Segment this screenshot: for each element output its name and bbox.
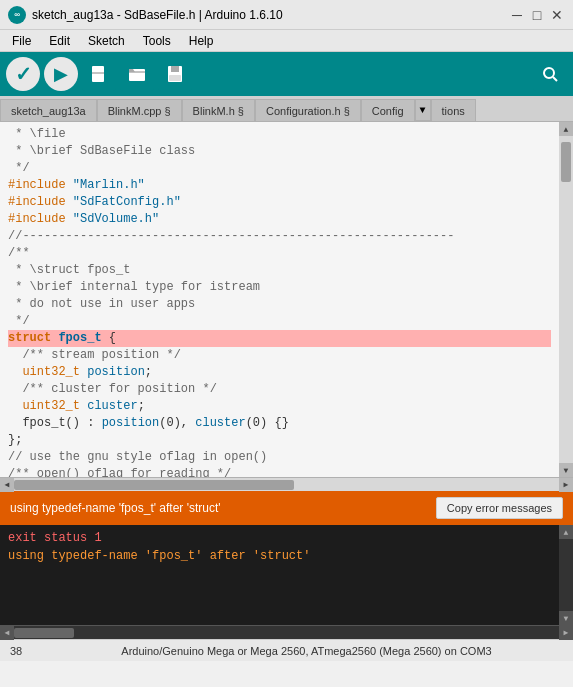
error-message: using typedef-name 'fpos_t' after 'struc… [10, 501, 221, 515]
code-editor: * \file * \brief SdBaseFile class */#inc… [0, 122, 573, 477]
open-icon [127, 64, 147, 84]
hscroll-track[interactable] [14, 478, 559, 491]
menu-sketch[interactable]: Sketch [80, 32, 133, 50]
copy-error-button[interactable]: Copy error messages [436, 497, 563, 519]
tab-more-button[interactable]: ▼ [415, 99, 431, 121]
tab-config[interactable]: Config [361, 99, 415, 121]
error-bar: using typedef-name 'fpos_t' after 'struc… [0, 491, 573, 525]
menu-edit[interactable]: Edit [41, 32, 78, 50]
tab-configuration-h[interactable]: Configuration.h § [255, 99, 361, 121]
console-horizontal-scrollbar[interactable]: ◀ ▶ [0, 625, 573, 639]
svg-rect-4 [171, 66, 179, 72]
code-line: struct fpos_t { [8, 330, 551, 347]
scroll-up-button[interactable]: ▲ [559, 122, 573, 136]
tab-bar: sketch_aug13a BlinkM.cpp § BlinkM.h § Co… [0, 96, 573, 122]
scroll-left-button[interactable]: ◀ [0, 478, 14, 492]
code-line: * \brief internal type for istream [8, 279, 551, 296]
upload-button[interactable]: ▶ [44, 57, 78, 91]
scroll-thumb[interactable] [561, 142, 571, 182]
status-bar: 38 Arduino/Genuino Mega or Mega 2560, AT… [0, 639, 573, 661]
console-line: using typedef-name 'fpos_t' after 'struc… [8, 547, 551, 565]
tab-blinkm-h[interactable]: BlinkM.h § [182, 99, 255, 121]
code-line: //--------------------------------------… [8, 228, 551, 245]
code-line: #include "SdFatConfig.h" [8, 194, 551, 211]
code-line: /** stream position */ [8, 347, 551, 364]
search-icon [540, 64, 560, 84]
svg-rect-5 [169, 75, 181, 81]
code-line: /** open() oflag for reading */ [8, 466, 551, 477]
board-info: Arduino/Genuino Mega or Mega 2560, ATmeg… [50, 645, 563, 657]
code-line: * \struct fpos_t [8, 262, 551, 279]
code-line: }; [8, 432, 551, 449]
code-line: uint32_t position; [8, 364, 551, 381]
code-line: // use the gnu style oflag in open() [8, 449, 551, 466]
title-bar-left: ∞ sketch_aug13a - SdBaseFile.h | Arduino… [8, 6, 283, 24]
tab-sketch-aug13a[interactable]: sketch_aug13a [0, 99, 97, 121]
hscroll-thumb[interactable] [14, 480, 294, 490]
window-controls: ─ □ ✕ [509, 7, 565, 23]
maximize-button[interactable]: □ [529, 7, 545, 23]
console-scroll-right[interactable]: ▶ [559, 626, 573, 640]
code-line: /** [8, 245, 551, 262]
svg-line-7 [553, 77, 557, 81]
console-output: exit status 1using typedef-name 'fpos_t'… [0, 525, 559, 625]
code-line: /** cluster for position */ [8, 381, 551, 398]
code-line: uint32_t cluster; [8, 398, 551, 415]
verify-button[interactable]: ✓ [6, 57, 40, 91]
code-line: */ [8, 160, 551, 177]
save-icon [165, 64, 185, 84]
tab-blinkm-cpp[interactable]: BlinkM.cpp § [97, 99, 182, 121]
open-button[interactable] [120, 57, 154, 91]
new-button[interactable] [82, 57, 116, 91]
code-line: * \brief SdBaseFile class [8, 143, 551, 160]
console-scroll-track[interactable] [559, 539, 573, 611]
scroll-right-button[interactable]: ▶ [559, 478, 573, 492]
search-button[interactable] [533, 57, 567, 91]
horizontal-scrollbar[interactable]: ◀ ▶ [0, 477, 573, 491]
line-number: 38 [10, 645, 50, 657]
close-button[interactable]: ✕ [549, 7, 565, 23]
code-line: */ [8, 313, 551, 330]
minimize-button[interactable]: ─ [509, 7, 525, 23]
toolbar: ✓ ▶ [0, 52, 573, 96]
menu-file[interactable]: File [4, 32, 39, 50]
console-scroll-left[interactable]: ◀ [0, 626, 14, 640]
new-icon [89, 64, 109, 84]
menu-tools[interactable]: Tools [135, 32, 179, 50]
console-vertical-scrollbar[interactable]: ▲ ▼ [559, 525, 573, 625]
scroll-down-button[interactable]: ▼ [559, 463, 573, 477]
console-container: exit status 1using typedef-name 'fpos_t'… [0, 525, 573, 625]
console-scroll-down[interactable]: ▼ [559, 611, 573, 625]
title-bar-title: sketch_aug13a - SdBaseFile.h | Arduino 1… [32, 8, 283, 22]
save-button[interactable] [158, 57, 192, 91]
svg-rect-0 [92, 66, 104, 82]
menu-bar: File Edit Sketch Tools Help [0, 30, 573, 52]
toolbar-buttons: ✓ ▶ [6, 57, 192, 91]
console-scroll-up[interactable]: ▲ [559, 525, 573, 539]
code-line: * do not use in user apps [8, 296, 551, 313]
console-hscroll-thumb[interactable] [14, 628, 74, 638]
console-line: exit status 1 [8, 529, 551, 547]
code-line: #include "Marlin.h" [8, 177, 551, 194]
code-line: #include "SdVolume.h" [8, 211, 551, 228]
console-hscroll-track[interactable] [14, 626, 559, 639]
tab-tions[interactable]: tions [431, 99, 476, 121]
code-line: * \file [8, 126, 551, 143]
scroll-track[interactable] [559, 136, 573, 463]
menu-help[interactable]: Help [181, 32, 222, 50]
vertical-scrollbar[interactable]: ▲ ▼ [559, 122, 573, 477]
code-content[interactable]: * \file * \brief SdBaseFile class */#inc… [0, 122, 559, 477]
arduino-logo: ∞ [8, 6, 26, 24]
svg-point-6 [544, 68, 554, 78]
code-line: fpos_t() : position(0), cluster(0) {} [8, 415, 551, 432]
title-bar: ∞ sketch_aug13a - SdBaseFile.h | Arduino… [0, 0, 573, 30]
